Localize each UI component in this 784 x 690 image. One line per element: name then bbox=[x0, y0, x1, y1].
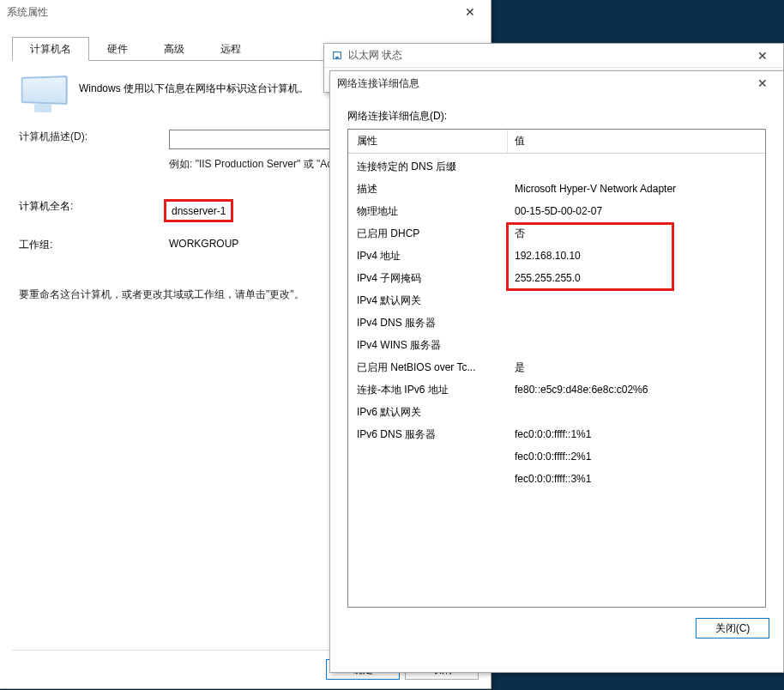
full-computer-name-value: dnsserver-1 bbox=[172, 205, 226, 217]
row-property: IPv6 DNS 服务器 bbox=[348, 427, 508, 442]
row-value: 255.255.255.0 bbox=[508, 272, 581, 284]
window-title: 网络连接详细信息 bbox=[337, 76, 745, 91]
row-property: 连接特定的 DNS 后缀 bbox=[348, 160, 508, 174]
row-value: 192.168.10.10 bbox=[508, 250, 581, 262]
row-property: 连接-本地 IPv6 地址 bbox=[348, 383, 508, 397]
row-value: fe80::e5c9:d48e:6e8c:c02%6 bbox=[508, 384, 648, 396]
row-property: IPv4 地址 bbox=[348, 249, 508, 263]
row-property: IPv4 WINS 服务器 bbox=[348, 338, 508, 353]
list-row[interactable]: IPv4 默认网关 bbox=[348, 289, 765, 312]
section-label: 网络连接详细信息(D): bbox=[347, 109, 766, 124]
row-property: 已启用 NetBIOS over Tc... bbox=[348, 360, 508, 375]
window-title: 系统属性 bbox=[7, 5, 453, 20]
details-listview[interactable]: 属性 值 连接特定的 DNS 后缀描述Microsoft Hyper-V Net… bbox=[347, 129, 766, 608]
list-row[interactable]: fec0:0:0:ffff::3%1 bbox=[348, 468, 765, 490]
row-property: IPv4 DNS 服务器 bbox=[348, 316, 508, 330]
row-property: 物理地址 bbox=[348, 204, 508, 219]
close-icon[interactable]: ✕ bbox=[453, 2, 487, 22]
svg-rect-1 bbox=[335, 56, 339, 58]
list-row[interactable]: 连接特定的 DNS 后缀 bbox=[348, 155, 765, 178]
tab-remote[interactable]: 远程 bbox=[202, 37, 259, 61]
close-button[interactable]: 关闭(C) bbox=[696, 618, 769, 639]
list-row[interactable]: IPv6 DNS 服务器fec0:0:0:ffff::1%1 bbox=[348, 423, 765, 445]
tab-computer-name[interactable]: 计算机名 bbox=[12, 37, 89, 61]
list-row[interactable]: 连接-本地 IPv6 地址fe80::e5c9:d48e:6e8c:c02%6 bbox=[348, 378, 765, 401]
tab-hardware[interactable]: 硬件 bbox=[89, 37, 146, 61]
titlebar: 网络连接详细信息 ✕ bbox=[330, 71, 783, 95]
workgroup-label: 工作组: bbox=[19, 238, 169, 252]
close-icon[interactable]: ✕ bbox=[745, 73, 780, 94]
row-property: 已启用 DHCP bbox=[348, 227, 508, 241]
row-value: fec0:0:0:ffff::2%1 bbox=[508, 451, 591, 463]
workgroup-value: WORKGROUP bbox=[169, 238, 238, 252]
network-connection-details-window: 网络连接详细信息 ✕ 网络连接详细信息(D): 属性 值 连接特定的 DNS 后… bbox=[329, 70, 784, 673]
list-row[interactable]: 描述Microsoft Hyper-V Network Adapter bbox=[348, 178, 765, 200]
list-row[interactable]: 已启用 NetBIOS over Tc...是 bbox=[348, 356, 765, 378]
list-row[interactable]: IPv4 DNS 服务器 bbox=[348, 312, 765, 334]
full-computer-name-label: 计算机全名: bbox=[19, 199, 169, 222]
list-row[interactable]: IPv6 默认网关 bbox=[348, 401, 765, 423]
list-row[interactable]: 已启用 DHCP否 bbox=[348, 222, 765, 245]
tab-advanced[interactable]: 高级 bbox=[146, 37, 202, 61]
intro-text: Windows 使用以下信息在网络中标识这台计算机。 bbox=[79, 76, 309, 96]
titlebar: 以太网 状态 ✕ bbox=[324, 44, 783, 68]
window-title: 以太网 状态 bbox=[348, 48, 745, 63]
row-property: IPv6 默认网关 bbox=[348, 405, 508, 420]
list-row[interactable]: IPv4 地址192.168.10.10 bbox=[348, 245, 765, 267]
list-row[interactable]: IPv4 子网掩码255.255.255.0 bbox=[348, 267, 765, 289]
listview-rows: 连接特定的 DNS 后缀描述Microsoft Hyper-V Network … bbox=[348, 154, 765, 490]
list-row[interactable]: 物理地址00-15-5D-00-02-07 bbox=[348, 200, 765, 222]
row-value: 否 bbox=[508, 227, 525, 241]
row-property: IPv4 子网掩码 bbox=[348, 271, 508, 286]
row-value: 是 bbox=[508, 360, 525, 375]
row-value: fec0:0:0:ffff::1%1 bbox=[508, 428, 591, 440]
list-row[interactable]: IPv4 WINS 服务器 bbox=[348, 334, 765, 356]
column-value[interactable]: 值 bbox=[508, 134, 525, 148]
row-value: fec0:0:0:ffff::3%1 bbox=[508, 473, 591, 485]
computer-description-label: 计算机描述(D): bbox=[19, 130, 169, 144]
close-icon[interactable]: ✕ bbox=[745, 45, 780, 66]
titlebar: 系统属性 ✕ bbox=[0, 0, 491, 24]
row-property: 描述 bbox=[348, 182, 508, 197]
computer-icon bbox=[19, 76, 67, 112]
list-row[interactable]: fec0:0:0:ffff::2%1 bbox=[348, 445, 765, 468]
ethernet-icon bbox=[331, 50, 343, 62]
row-value: Microsoft Hyper-V Network Adapter bbox=[508, 183, 676, 195]
listview-header: 属性 值 bbox=[348, 130, 765, 154]
row-property: IPv4 默认网关 bbox=[348, 294, 508, 308]
rename-hint: 要重命名这台计算机，或者更改其域或工作组，请单击"更改"。 bbox=[19, 287, 311, 303]
column-property[interactable]: 属性 bbox=[348, 130, 508, 153]
row-value: 00-15-5D-00-02-07 bbox=[508, 205, 602, 217]
